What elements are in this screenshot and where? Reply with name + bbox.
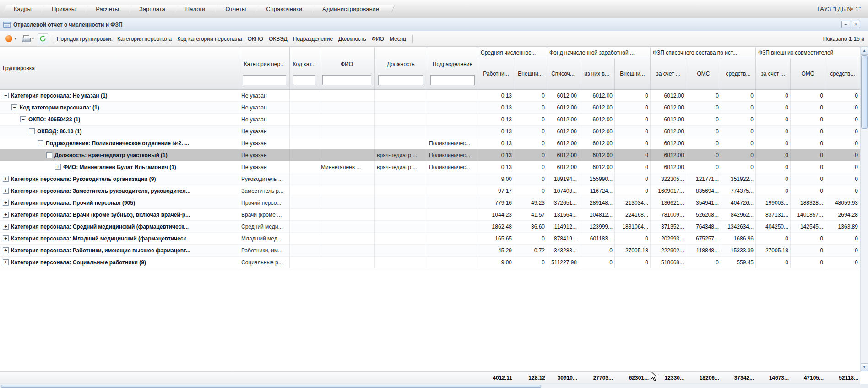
print-menu-button[interactable]: ▼ [20,33,37,44]
table-row[interactable]: −ОКВЭД: 86.10 (1)Не указан0.1306012.0060… [0,126,860,137]
table-row[interactable]: +Категория персонала: Социальные работни… [0,257,860,268]
table-row[interactable]: +Категория персонала: Работники, имеющие… [0,245,860,257]
value-cell: 6012.00 [547,126,579,137]
column-header[interactable]: Должность [375,47,427,89]
vertical-scrollbar[interactable]: ▲ ▼ [860,47,868,371]
text-cell: Не указан [239,114,290,126]
value-cell: 0.13 [478,126,514,137]
value-cell: 0 [721,126,756,137]
value-cell: 0 [825,233,860,245]
menu-item[interactable]: Налоги [175,5,216,12]
filter-input[interactable] [243,75,286,85]
grouping-item[interactable]: ФИО [369,34,387,44]
table-row[interactable]: −ОКПО: 40650423 (1)Не указан0.1306012.00… [0,114,860,126]
column-header[interactable]: ФИО [319,47,375,89]
grouping-item[interactable]: ОКПО [245,34,266,44]
refresh-button[interactable] [38,33,48,44]
menu-item[interactable]: Справочники [256,5,312,12]
expand-icon[interactable]: + [3,224,9,230]
filter-input[interactable] [378,75,423,85]
table-row[interactable]: +Категория персонала: Заместитель руково… [0,185,860,197]
collapse-icon[interactable]: − [38,140,43,146]
window-controls: − × [841,21,865,28]
table-row[interactable]: −Должность: врач-педиатр участковый (1)Н… [0,149,860,161]
table-row[interactable]: +Категория персонала: Руководитель орган… [0,173,860,185]
menu-item[interactable]: Отчеты [215,5,256,12]
column-header[interactable]: Внешни... [615,58,651,89]
collapse-icon[interactable]: − [29,128,35,134]
grid-table: −Категория персонала: Не указан (1)Не ук… [0,90,860,268]
collapse-icon[interactable]: − [11,104,17,110]
column-header[interactable]: Работни... [478,58,514,89]
vertical-scrollbar-thumb[interactable] [861,55,868,129]
column-header[interactable]: за счет ... [756,58,791,89]
column-header[interactable]: за счет ... [651,58,686,89]
menu-item[interactable]: Зарплата [129,5,175,12]
horizontal-scrollbar[interactable] [0,384,860,388]
expand-icon[interactable]: + [3,212,9,218]
column-header[interactable]: ОМС [791,58,825,89]
table-row[interactable]: −Категория персонала: Не указан (1)Не ук… [0,90,860,102]
scroll-up-arrow-icon[interactable]: ▲ [861,47,868,55]
filter-input[interactable] [293,75,315,85]
minimize-button[interactable]: − [841,21,850,28]
expand-icon[interactable]: + [3,259,9,265]
report-menu-button[interactable]: ▼ [4,33,19,44]
table-row[interactable]: −Код категории персонала: (1)Не указан0.… [0,102,860,114]
column-header[interactable]: средств... [721,58,756,89]
close-button[interactable]: × [852,21,860,28]
value-cell: 49.23 [514,197,547,209]
column-header[interactable]: Списоч... [547,58,579,89]
group-header-title[interactable]: Фонд начисленной заработной ... [547,47,651,58]
table-row[interactable]: +Категория персонала: Средний медицински… [0,221,860,233]
group-header-title[interactable]: Средняя численнос... [478,47,547,58]
column-header[interactable]: Внешни... [514,58,547,89]
grouping-item[interactable]: Код категории персонала [174,34,245,44]
column-header-grouping[interactable]: Группировка [0,47,239,89]
menu-item[interactable]: Кадры [4,5,42,12]
menu-item[interactable]: Администрирование [312,5,389,12]
column-header[interactable]: Подразделение [427,47,478,89]
expand-icon[interactable]: + [3,247,9,253]
column-header[interactable]: средств... [825,58,860,89]
expand-icon[interactable]: + [3,176,9,182]
group-label: Категория персонала: Младший медицинский… [11,235,190,242]
grouping-item[interactable]: Месяц [387,34,409,44]
table-row[interactable]: +Категория персонала: Младший медицински… [0,233,860,245]
value-cell: 1401857... [791,209,825,221]
group-header-title[interactable]: ФЗП внешних совместителей [756,47,860,58]
grouping-item[interactable]: Должность [336,34,369,44]
filter-input[interactable] [430,75,475,85]
table-row[interactable]: +Категория персонала: Врачи (кроме зубны… [0,209,860,221]
value-cell: 0 [825,161,860,173]
expand-icon[interactable]: + [3,200,9,206]
scroll-down-arrow-icon[interactable]: ▼ [861,363,868,371]
column-header[interactable]: Категория пер... [239,47,290,89]
table-row[interactable]: +Категория персонала: Прочий персонал (9… [0,197,860,209]
filter-input[interactable] [322,75,371,85]
menu-item[interactable]: Приказы [42,5,86,12]
value-cell: 0 [686,102,721,114]
value-cell: 764348... [686,221,721,233]
value-cell: 0 [615,233,651,245]
group-header-title[interactable]: ФЗП списочного состава по ист... [651,47,756,58]
grouping-item[interactable]: Категория персонала [114,34,174,44]
grouping-item[interactable]: Подразделение [290,34,336,44]
expand-icon[interactable]: + [55,164,61,170]
horizontal-scrollbar-thumb[interactable] [1,385,541,388]
table-row[interactable]: +ФИО: Миннегалеев Булат Ильгамович (1)Не… [0,161,860,173]
table-row[interactable]: −Подразделение: Поликлиническое отделени… [0,137,860,149]
expand-icon[interactable]: + [3,188,9,194]
column-header[interactable]: из них в... [579,58,615,89]
value-cell: 559.45 [721,257,756,268]
column-header[interactable]: ОМС [686,58,721,89]
value-cell: 0 [756,257,791,268]
collapse-icon[interactable]: − [3,93,9,98]
toolbar-separator [53,35,53,43]
expand-icon[interactable]: + [3,235,9,241]
collapse-icon[interactable]: − [46,152,52,158]
grouping-item[interactable]: ОКВЭД [266,34,290,44]
menu-item[interactable]: Расчеты [86,5,129,12]
column-header[interactable]: Код кат... [290,47,319,89]
collapse-icon[interactable]: − [20,116,26,122]
